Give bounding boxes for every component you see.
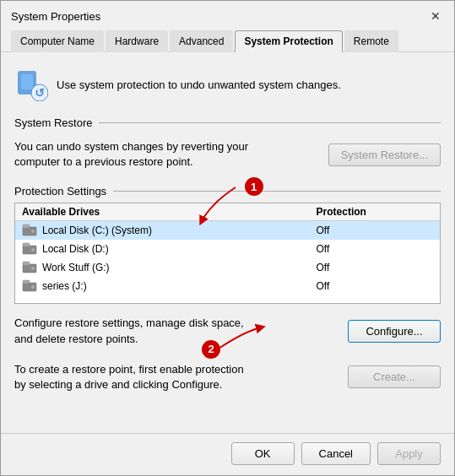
table-header-row: Available Drives Protection [15, 203, 440, 221]
title-bar: System Properties ✕ Computer Name Hardwa… [1, 1, 454, 52]
drive-icon-g [22, 261, 37, 274]
col-available-drives: Available Drives [15, 203, 310, 221]
protection-cell-j: Off [310, 277, 440, 295]
apply-button[interactable]: Apply [377, 442, 441, 465]
protection-settings-title: Protection Settings [14, 185, 106, 197]
table-row[interactable]: Local Disk (C:) (System) Off [15, 221, 440, 241]
info-banner: ↺ Use system protection to undo unwanted… [14, 64, 441, 105]
section-divider-2 [113, 191, 441, 192]
system-restore-button[interactable]: System Restore... [328, 143, 441, 166]
tab-remote[interactable]: Remote [344, 30, 398, 52]
cancel-button[interactable]: Cancel [301, 442, 371, 465]
svg-point-15 [31, 285, 35, 289]
col-protection: Protection [310, 203, 440, 221]
create-description: To create a restore point, first enable … [14, 362, 251, 392]
drives-table-container[interactable]: Available Drives Protection [14, 203, 441, 304]
svg-point-9 [31, 248, 35, 252]
drive-icon-j [22, 279, 37, 293]
configure-button[interactable]: Configure... [348, 320, 441, 343]
tab-advanced[interactable]: Advanced [170, 30, 233, 52]
create-section: To create a restore point, first enable … [14, 359, 441, 396]
info-text: Use system protection to undo unwanted s… [57, 78, 341, 91]
shield-icon: ↺ [14, 68, 48, 101]
drive-icon-c [22, 224, 37, 237]
drive-icon-d [22, 242, 37, 256]
system-restore-section: System Restore You can undo system chang… [14, 113, 441, 173]
section-divider [99, 122, 441, 123]
drive-cell: Local Disk (D:) [15, 240, 310, 258]
system-restore-title: System Restore [14, 116, 92, 129]
window-title: System Properties [11, 10, 100, 23]
tab-hardware[interactable]: Hardware [106, 30, 168, 52]
drive-cell: Local Disk (C:) (System) [15, 221, 310, 241]
protection-cell-g: Off [310, 258, 440, 277]
svg-rect-5 [23, 224, 30, 228]
svg-rect-8 [23, 243, 30, 246]
table-row[interactable]: series (J:) Off [15, 277, 440, 295]
svg-rect-1 [21, 74, 33, 89]
drives-table: Available Drives Protection [15, 203, 440, 295]
drive-cell: Work Stuff (G:) [15, 258, 310, 277]
tab-computer-name[interactable]: Computer Name [11, 30, 104, 52]
svg-point-12 [31, 267, 35, 270]
drive-cell: series (J:) [15, 277, 310, 295]
svg-point-6 [31, 230, 35, 233]
tab-system-protection[interactable]: System Protection [235, 30, 342, 52]
configure-section: Configure restore settings, manage disk … [14, 312, 441, 349]
annotation-badge-1: 1 [245, 177, 263, 196]
table-row[interactable]: Local Disk (D:) Off [15, 240, 440, 258]
table-row[interactable]: Work Stuff (G:) Off [15, 258, 440, 277]
system-restore-description: You can undo system changes by reverting… [14, 139, 251, 170]
close-button[interactable]: ✕ [427, 8, 444, 24]
drives-container: 1 Available Drives [14, 203, 441, 304]
svg-rect-14 [23, 280, 30, 284]
tab-bar: Computer Name Hardware Advanced System P… [11, 30, 444, 51]
content-area: ↺ Use system protection to undo unwanted… [1, 52, 454, 433]
create-button[interactable]: Create... [348, 365, 441, 388]
protection-settings-section: Protection Settings 1 [14, 181, 441, 304]
configure-wrapper: 2 Configure restore settings, manage dis… [14, 312, 441, 349]
system-properties-window: System Properties ✕ Computer Name Hardwa… [0, 0, 455, 476]
protection-cell-c: Off [310, 221, 440, 241]
ok-button[interactable]: OK [231, 442, 295, 465]
svg-text:↺: ↺ [35, 86, 45, 100]
system-restore-body: You can undo system changes by reverting… [14, 136, 441, 173]
bottom-button-bar: OK Cancel Apply [1, 433, 454, 475]
protection-cell-d: Off [310, 240, 440, 258]
annotation-badge-2: 2 [202, 340, 220, 359]
svg-rect-11 [23, 262, 30, 265]
